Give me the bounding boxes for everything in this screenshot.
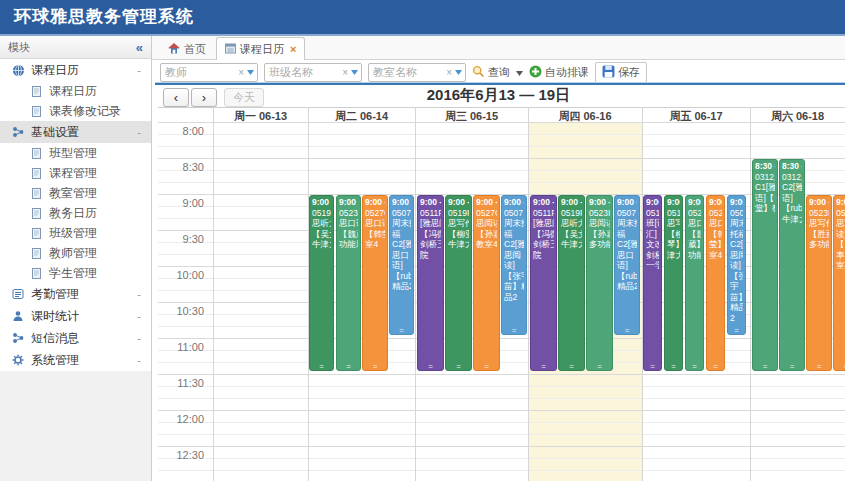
- calendar-event[interactable]: 9:00 - 0519F思写作]【柳亚牛津大=: [445, 195, 472, 371]
- clear-icon[interactable]: ×: [444, 67, 454, 78]
- filter-input-2[interactable]: 教室名称×: [368, 63, 466, 82]
- calendar-event[interactable]: 9:00 -0507周末托福C2[雅思口语]【ruby精品2=: [614, 195, 640, 335]
- sidebar-item-3[interactable]: 基础设置-: [0, 121, 151, 143]
- filter-input-1[interactable]: 班级名称×: [264, 63, 362, 82]
- sidebar-item-10[interactable]: 学生管理: [0, 263, 151, 283]
- time-label-6: 11:00: [158, 341, 204, 353]
- clear-icon[interactable]: ×: [340, 67, 350, 78]
- calendar-event[interactable]: 9:00 - 0523I[思写作]【胜丽多功能=: [806, 195, 832, 371]
- sidebar-item-14[interactable]: 系统管理-: [0, 349, 151, 371]
- sidebar-item-4[interactable]: 班型管理: [0, 143, 151, 163]
- collapse-caret-icon[interactable]: -: [137, 64, 141, 76]
- sidebar-item-1[interactable]: 课程日历: [0, 81, 151, 101]
- event-resize-handle[interactable]: =: [686, 363, 703, 371]
- auto-schedule-button[interactable]: 自动排课: [529, 65, 589, 80]
- event-time: 8:30 - 11:: [782, 161, 802, 172]
- caret-down-icon[interactable]: [454, 70, 465, 75]
- tab-close-icon[interactable]: ×: [290, 43, 296, 55]
- calendar-event[interactable]: 9:000511班[词汇]【文改】剑桥三一学院=: [643, 195, 662, 371]
- event-resize-handle[interactable]: =: [418, 363, 443, 371]
- query-button-label: 查询: [488, 65, 510, 80]
- tab-0[interactable]: 首页: [160, 39, 214, 59]
- doc-icon: [29, 168, 43, 179]
- event-title-line: 0507: [730, 208, 743, 219]
- calendar-event[interactable]: 9:00 - 0519F0思听力]【吴文牛津大=: [309, 195, 334, 371]
- event-title-line: 汇]【: [646, 229, 659, 240]
- tab-1[interactable]: 课程日历×: [216, 37, 305, 60]
- event-title-line: 【冯微: [420, 229, 441, 240]
- calendar-event[interactable]: 9:000523思写读]【率】室4=: [833, 195, 845, 371]
- event-resize-handle[interactable]: =: [502, 327, 526, 335]
- calendar-event[interactable]: 9:00 - 0523I[思阅读]【孙嘉多功能=: [586, 195, 613, 371]
- event-title-line: C2[雅: [617, 239, 637, 250]
- event-time: 9:00 -: [448, 197, 469, 208]
- clear-icon[interactable]: ×: [236, 67, 246, 78]
- event-resize-handle[interactable]: =: [531, 363, 556, 371]
- calendar-event[interactable]: 9:00 - 0527C思阅读]【孙嘉教室4=: [473, 195, 500, 371]
- query-button[interactable]: 查询: [472, 65, 523, 80]
- collapse-caret-icon[interactable]: -: [137, 126, 141, 138]
- event-resize-handle[interactable]: =: [363, 363, 387, 371]
- event-title-line: 【柳亚: [448, 229, 469, 240]
- event-title-line: 【孙嘉: [476, 229, 497, 240]
- calendar-event[interactable]: 9:000527思口语【韩莹】教室4=: [706, 195, 725, 371]
- sidebar-item-13[interactable]: 短信消息-: [0, 327, 151, 349]
- calendar-event[interactable]: 9:000523思口语【魏葳】多功能厅=: [685, 195, 704, 371]
- calendar-event[interactable]: 9:00 - 0511F[雅思阅【冯微剑桥三-院=: [530, 195, 557, 371]
- calendar-event[interactable]: 9:000507周末托福C2[雅思阅读]【张宇苗】精品2=: [727, 195, 746, 335]
- event-resize-handle[interactable]: =: [615, 327, 639, 335]
- event-resize-handle[interactable]: =: [337, 363, 360, 371]
- sidebar-item-2[interactable]: 课表修改记录: [0, 101, 151, 121]
- sidebar-item-11[interactable]: 考勤管理-: [0, 283, 151, 305]
- sidebar-item-12[interactable]: 课时统计-: [0, 305, 151, 327]
- event-resize-handle[interactable]: =: [780, 363, 804, 371]
- save-button[interactable]: 保存: [595, 62, 647, 83]
- collapse-caret-icon[interactable]: -: [137, 288, 141, 300]
- sidebar-item-9[interactable]: 教师管理: [0, 243, 151, 263]
- sidebar-item-7[interactable]: 教务日历: [0, 203, 151, 223]
- sidebar-item-0[interactable]: 课程日历-: [0, 59, 151, 81]
- event-title-line: 思阅: [504, 250, 524, 261]
- event-resize-handle[interactable]: =: [644, 363, 661, 371]
- day-header-1: 周二 06-14: [308, 109, 415, 123]
- collapse-caret-icon[interactable]: -: [137, 310, 141, 322]
- sidebar-item-6[interactable]: 教室管理: [0, 183, 151, 203]
- event-resize-handle[interactable]: =: [665, 363, 682, 371]
- nodes-icon: [11, 126, 25, 138]
- calendar-event[interactable]: 9:00 - 0523I[思口语]【魏葳功能厅=: [336, 195, 361, 371]
- person-icon: [11, 310, 25, 322]
- caret-down-icon[interactable]: [246, 70, 257, 75]
- sidebar-item-8[interactable]: 班级管理: [0, 223, 151, 243]
- collapse-caret-icon[interactable]: -: [137, 354, 141, 366]
- calendar-event[interactable]: 9:00 -0507周末托福C2[雅思口语]【ruby精品2=: [389, 195, 414, 335]
- event-title-line: 0511F: [420, 208, 441, 219]
- event-resize-handle[interactable]: =: [474, 363, 499, 371]
- event-resize-handle[interactable]: =: [587, 363, 612, 371]
- event-resize-handle[interactable]: =: [753, 363, 777, 371]
- event-resize-handle[interactable]: =: [728, 327, 745, 335]
- event-title-line: 思口语: [688, 218, 701, 229]
- event-resize-handle[interactable]: =: [310, 363, 333, 371]
- event-title-line: 牛津大: [448, 239, 469, 250]
- calendar-event[interactable]: 8:30 - 11:0312周末C2[雅思口语]【ruby牛津大=: [779, 159, 805, 371]
- event-resize-handle[interactable]: =: [807, 363, 831, 371]
- calendar-event[interactable]: 9:00 - 0519F思听力]【吴文牛津大=: [558, 195, 585, 371]
- calendar-event[interactable]: 9:00 - 0527C思口语]【韩莹室4=: [362, 195, 388, 371]
- event-resize-handle[interactable]: =: [446, 363, 471, 371]
- filter-input-0[interactable]: 教师×: [160, 63, 258, 82]
- calendar-event[interactable]: 9:00 - 0511F[雅思阅【冯微剑桥三-院=: [417, 195, 444, 371]
- day-header-5: 周六 06-18: [750, 109, 845, 123]
- event-title-line: 院: [420, 250, 441, 261]
- calendar-event[interactable]: 9:000519思写作【柳亚琴】牛津大学=: [664, 195, 683, 371]
- collapse-caret-icon[interactable]: -: [137, 332, 141, 344]
- event-resize-handle[interactable]: =: [834, 363, 845, 371]
- calendar-event[interactable]: 9:00 -0507周末托福C2[雅思阅读]【张宇苗】精品2=: [501, 195, 527, 335]
- sidebar-item-5[interactable]: 课程管理: [0, 163, 151, 183]
- sidebar-collapse-icon[interactable]: «: [136, 40, 151, 55]
- event-title-line: 功能厅: [688, 250, 701, 261]
- event-resize-handle[interactable]: =: [707, 363, 724, 371]
- event-resize-handle[interactable]: =: [390, 327, 413, 335]
- caret-down-icon[interactable]: [350, 70, 361, 75]
- calendar-event[interactable]: 8:30 - 0312周C1[雅思语]【韩堂】教=: [752, 159, 778, 371]
- event-resize-handle[interactable]: =: [559, 363, 584, 371]
